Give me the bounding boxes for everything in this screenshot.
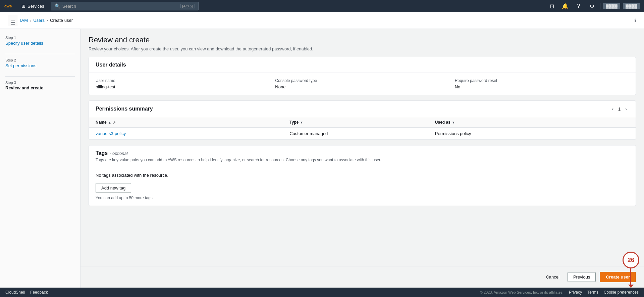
breadcrumb-users[interactable]: Users (33, 18, 45, 23)
breadcrumb-current: Create user (50, 18, 73, 23)
console-password-label: Console password type (275, 78, 449, 83)
info-icon[interactable]: ℹ (634, 18, 636, 23)
step-2-link[interactable]: Set permissions (5, 63, 36, 68)
tags-optional: - optional (110, 151, 127, 156)
search-bar[interactable]: 🔍 [Alt+S] (51, 2, 199, 10)
copyright-text: © 2023, Amazon Web Services, Inc. or its… (480, 290, 564, 294)
svg-text:aws: aws (4, 4, 12, 8)
require-reset-label: Require password reset (455, 78, 629, 83)
content-wrapper: Review and create Review your choices. A… (80, 29, 644, 288)
console-password-field: Console password type None (275, 78, 449, 89)
no-tags-text: No tags associated with the resource. (96, 173, 629, 178)
step-3-label: Step 3 (5, 81, 75, 85)
help-icon-button[interactable]: ? (573, 1, 584, 11)
tags-description: Tags are key-value pairs you can add to … (96, 158, 629, 162)
require-reset-field: Require password reset No (455, 78, 629, 89)
permissions-header: Permissions summary ‹ 1 › (89, 101, 636, 117)
permissions-table: Name ▲ ↗ Type ▼ Used as ▼ (89, 117, 636, 139)
col-used-as-header: Used as ▼ (435, 120, 629, 125)
prev-page-button[interactable]: ‹ (610, 105, 615, 112)
add-tag-button[interactable]: Add new tag (96, 183, 131, 193)
sidebar-toggle[interactable]: ☰ (8, 15, 18, 26)
privacy-link[interactable]: Privacy (569, 290, 582, 295)
bottom-bar: CloudShell Feedback © 2023, Amazon Web S… (0, 288, 644, 297)
search-input[interactable] (62, 4, 178, 9)
grid-icon: ⊞ (21, 3, 25, 9)
permissions-card: Permissions summary ‹ 1 › Name ▲ ↗ (89, 100, 636, 140)
tags-title: Tags (96, 150, 108, 156)
services-menu-button[interactable]: ⊞ Services (19, 0, 47, 12)
tags-header: Tags - optional Tags are key-value pairs… (89, 145, 636, 167)
policy-type-cell: Customer managed (289, 131, 435, 136)
username-field: User name billing-test (96, 78, 270, 89)
col-type-header: Type ▼ (289, 120, 435, 125)
create-button-wrapper: 26 Create user (600, 272, 636, 282)
step-3-item: Step 3 Review and create (5, 81, 75, 90)
top-navigation: aws ⊞ Services 🔍 [Alt+S] ⊡ 🔔 ? ⚙ ▓▓▓▓ ▓▓… (0, 0, 644, 12)
breadcrumb-sep-2: › (47, 18, 48, 23)
services-label: Services (28, 4, 44, 9)
username-label: User name (96, 78, 270, 83)
aws-logo[interactable]: aws (4, 3, 15, 9)
permissions-title: Permissions summary (96, 106, 153, 112)
sort-icon: ▲ (108, 121, 111, 124)
external-link-icon: ↗ (113, 121, 115, 124)
next-page-button[interactable]: › (623, 105, 629, 112)
filter-icon-used-as: ▼ (452, 121, 455, 124)
step-1-link[interactable]: Specify user details (5, 41, 43, 46)
policy-used-as-cell: Permissions policy (435, 131, 629, 136)
step-3-active: Review and create (5, 85, 75, 90)
settings-icon-button[interactable]: ⚙ (587, 1, 597, 11)
filter-icon-type: ▼ (300, 121, 303, 124)
tags-hint: You can add up to 50 more tags. (96, 196, 629, 200)
breadcrumb-sep-1: › (30, 18, 31, 23)
terms-link[interactable]: Terms (587, 290, 598, 295)
tags-title-row: Tags - optional (96, 150, 629, 156)
page-title: Review and create (89, 36, 636, 44)
table-row: vanus-s3-policy Customer managed Permiss… (89, 128, 636, 139)
region-button[interactable]: ▓▓▓▓ (623, 3, 640, 9)
breadcrumb-iam[interactable]: IAM (20, 18, 28, 23)
step-1-item: Step 1 Specify user details (5, 36, 75, 46)
step-2-label: Step 2 (5, 58, 75, 62)
tags-body: No tags associated with the resource. Ad… (89, 167, 636, 206)
search-shortcut: [Alt+S] (180, 4, 195, 8)
user-details-body: User name billing-test Console password … (89, 73, 636, 95)
user-details-grid: User name billing-test Console password … (96, 78, 629, 89)
main-layout: Step 1 Specify user details Step 2 Set p… (0, 29, 644, 288)
screen-icon-button[interactable]: ⊡ (546, 1, 557, 11)
user-details-header: User details (89, 57, 636, 73)
policy-name-cell: vanus-s3-policy (96, 131, 289, 136)
col-name-header: Name ▲ ↗ (96, 120, 289, 125)
cloudshell-link[interactable]: CloudShell (5, 290, 25, 295)
main-content: Review and create Review your choices. A… (80, 29, 644, 266)
page-subtitle: Review your choices. After you create th… (89, 46, 636, 51)
action-bar: Cancel Previous 26 Create user (80, 266, 644, 288)
feedback-link[interactable]: Feedback (30, 290, 48, 295)
hamburger-icon: ☰ (11, 19, 15, 26)
cancel-button[interactable]: Cancel (542, 272, 563, 282)
user-details-card: User details User name billing-test Cons… (89, 57, 636, 95)
table-header-row: Name ▲ ↗ Type ▼ Used as ▼ (89, 117, 636, 128)
console-password-value: None (275, 84, 449, 89)
previous-button[interactable]: Previous (568, 272, 596, 282)
col-name-label: Name (96, 120, 107, 125)
cookie-link[interactable]: Cookie preferences (604, 290, 639, 295)
user-account-button[interactable]: ▓▓▓▓ (603, 3, 620, 9)
create-user-button[interactable]: Create user (600, 272, 636, 282)
search-icon: 🔍 (55, 3, 60, 9)
policy-link[interactable]: vanus-s3-policy (96, 131, 126, 136)
breadcrumb-bar: ☰ IAM › Users › Create user ℹ (0, 12, 644, 29)
tags-card: Tags - optional Tags are key-value pairs… (89, 145, 636, 206)
nav-right: ⊡ 🔔 ? ⚙ ▓▓▓▓ ▓▓▓▓ (546, 1, 640, 11)
col-used-as-label: Used as (435, 120, 450, 125)
step-1-label: Step 1 (5, 36, 75, 40)
page-number: 1 (618, 107, 621, 112)
require-reset-value: No (455, 84, 629, 89)
col-type-label: Type (289, 120, 299, 125)
step-2-item: Step 2 Set permissions (5, 58, 75, 68)
bell-icon-button[interactable]: 🔔 (560, 1, 571, 11)
steps-sidebar: Step 1 Specify user details Step 2 Set p… (0, 29, 80, 288)
username-value: billing-test (96, 84, 270, 89)
nav-divider (600, 3, 600, 9)
